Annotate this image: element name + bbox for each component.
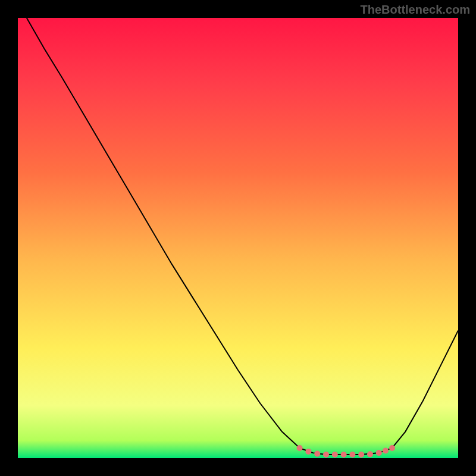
marker-dot	[358, 452, 364, 458]
marker-dot	[367, 451, 373, 457]
marker-dot	[314, 451, 320, 457]
watermark-text: TheBottleneck.com	[361, 3, 470, 17]
marker-dot	[389, 445, 395, 451]
marker-dot	[305, 449, 311, 455]
marker-dot	[341, 452, 347, 458]
plot-area	[18, 18, 458, 458]
marker-dot	[332, 452, 338, 458]
marker-dot	[376, 450, 382, 456]
marker-dot	[349, 452, 355, 458]
marker-dot	[297, 445, 303, 451]
gradient-background	[18, 18, 458, 458]
chart-container: TheBottleneck.com	[0, 0, 476, 476]
chart-svg	[18, 18, 458, 458]
marker-dot	[383, 447, 389, 453]
marker-dot	[323, 452, 329, 458]
